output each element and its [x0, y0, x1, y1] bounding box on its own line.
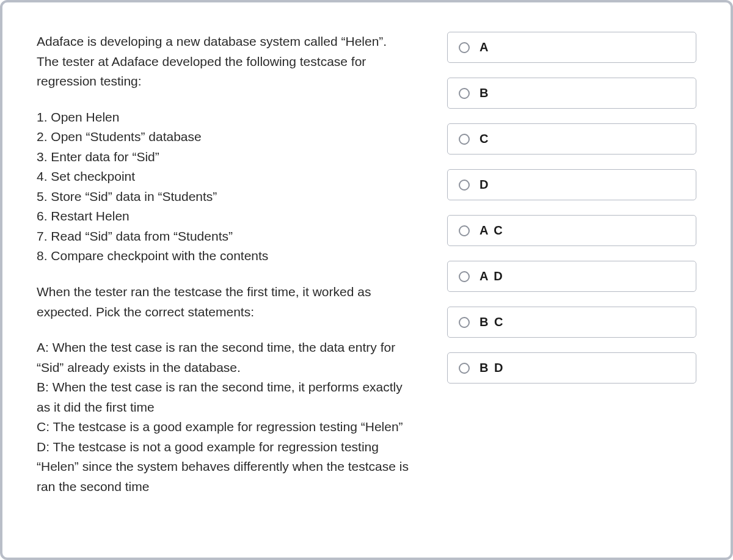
answer-options: A B C D A C A D B C B D [447, 32, 696, 528]
option-label: C [480, 132, 489, 146]
radio-icon [459, 317, 470, 328]
option-label: B D [480, 361, 504, 375]
step-6: 6. Restart Helen [37, 206, 410, 227]
question-statements: A: When the test case is ran the second … [37, 338, 410, 496]
step-1: 1. Open Helen [37, 107, 410, 128]
option-label: A D [480, 269, 504, 283]
option-label: A [480, 40, 489, 54]
step-2: 2. Open “Students” database [37, 127, 410, 147]
option-bc[interactable]: B C [447, 307, 696, 338]
radio-icon [459, 42, 470, 53]
step-4: 4. Set checkpoint [37, 167, 410, 187]
testcase-steps: 1. Open Helen 2. Open “Students” databas… [37, 107, 410, 266]
step-8: 8. Compare checkpoint with the contents [37, 246, 410, 266]
option-d[interactable]: D [447, 169, 696, 200]
option-bd[interactable]: B D [447, 352, 696, 384]
radio-icon [459, 180, 470, 191]
question-body: Adaface is developing a new database sys… [37, 32, 410, 528]
option-b[interactable]: B [447, 78, 696, 109]
option-label: A C [480, 224, 504, 238]
question-card: Adaface is developing a new database sys… [0, 0, 733, 560]
question-prompt: When the tester ran the testcase the fir… [37, 282, 410, 322]
option-label: D [480, 178, 489, 192]
radio-icon [459, 134, 470, 145]
radio-icon [459, 363, 470, 374]
option-a[interactable]: A [447, 32, 696, 63]
option-label: B C [480, 315, 504, 329]
radio-icon [459, 225, 470, 236]
question-intro: Adaface is developing a new database sys… [37, 32, 410, 92]
step-5: 5. Store “Sid” data in “Students” [37, 187, 410, 207]
option-ad[interactable]: A D [447, 261, 696, 292]
radio-icon [459, 88, 470, 99]
step-7: 7. Read “Sid” data from “Students” [37, 227, 410, 247]
step-3: 3. Enter data for “Sid” [37, 147, 410, 167]
option-c[interactable]: C [447, 123, 696, 155]
radio-icon [459, 271, 470, 282]
option-label: B [480, 86, 489, 100]
option-ac[interactable]: A C [447, 215, 696, 246]
